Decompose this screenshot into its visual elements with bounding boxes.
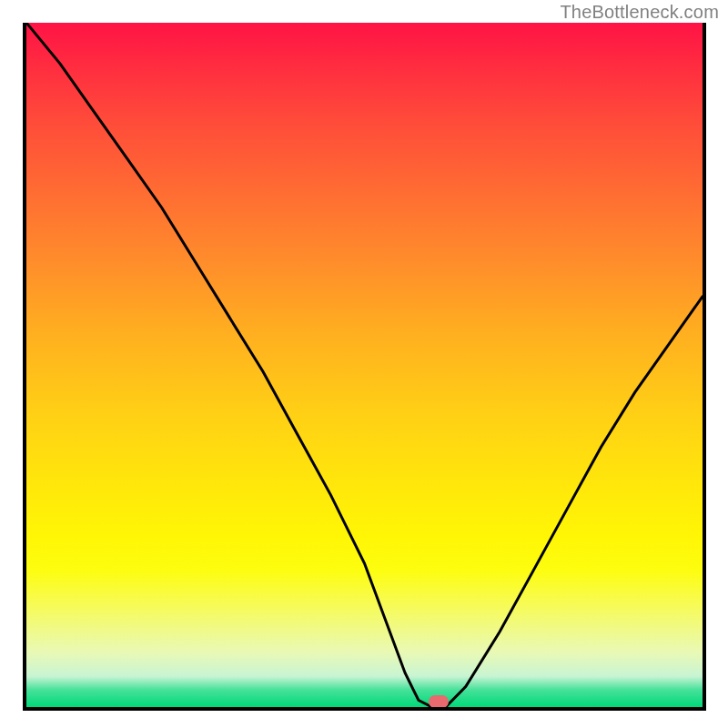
optimal-point-marker	[429, 695, 449, 708]
watermark-text: TheBottleneck.com	[560, 2, 719, 23]
heat-gradient-background	[26, 23, 703, 707]
plot-area	[23, 23, 706, 711]
chart-container: TheBottleneck.com	[0, 0, 728, 728]
